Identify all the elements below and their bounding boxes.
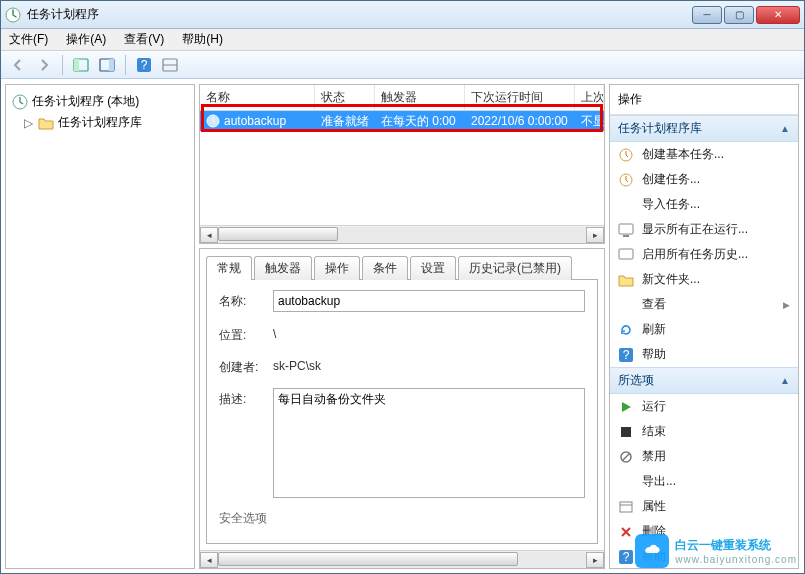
action-label: 帮助 — [642, 346, 666, 363]
toolbar: ? — [1, 51, 804, 79]
minimize-button[interactable]: ─ — [692, 6, 722, 24]
action-label: 禁用 — [642, 448, 666, 465]
action-import-task[interactable]: 导入任务... — [610, 192, 798, 217]
delete-icon — [618, 524, 634, 540]
action-help2[interactable]: ? 帮助 — [610, 544, 798, 568]
scroll-track[interactable] — [218, 227, 586, 243]
name-label: 名称: — [219, 290, 273, 310]
back-button[interactable] — [7, 54, 29, 76]
action-label: 创建任务... — [642, 171, 700, 188]
svg-rect-13 — [619, 224, 633, 234]
toolbar-separator — [62, 55, 63, 75]
list-body: autobackup 准备就绪 在每天的 0:00 2022/10/6 0:00… — [200, 111, 604, 225]
tab-triggers[interactable]: 触发器 — [254, 256, 312, 280]
maximize-button[interactable]: ▢ — [724, 6, 754, 24]
desc-field[interactable] — [273, 388, 585, 498]
col-triggers[interactable]: 触发器 — [375, 85, 465, 110]
tree-library[interactable]: ▷ 任务计划程序库 — [22, 112, 190, 133]
play-icon — [618, 399, 634, 415]
forward-button[interactable] — [33, 54, 55, 76]
task-row[interactable]: autobackup 准备就绪 在每天的 0:00 2022/10/6 0:00… — [200, 111, 604, 131]
tab-actions[interactable]: 操作 — [314, 256, 360, 280]
export-icon — [618, 474, 634, 490]
svg-line-20 — [622, 453, 630, 461]
svg-rect-15 — [619, 249, 633, 259]
clock-icon — [206, 114, 220, 128]
name-field[interactable] — [273, 290, 585, 312]
svg-rect-2 — [74, 59, 79, 71]
tree-root-label: 任务计划程序 (本地) — [32, 93, 139, 110]
section-library[interactable]: 任务计划程序库 ▲ — [610, 115, 798, 142]
menu-action[interactable]: 操作(A) — [64, 29, 108, 50]
scroll-right-button[interactable]: ▸ — [586, 227, 604, 243]
svg-rect-14 — [623, 235, 629, 237]
window-buttons: ─ ▢ ✕ — [692, 6, 800, 24]
display-icon — [618, 222, 634, 238]
menubar: 文件(F) 操作(A) 查看(V) 帮助(H) — [1, 29, 804, 51]
action-label: 刷新 — [642, 321, 666, 338]
chevron-up-icon: ▲ — [780, 123, 790, 134]
author-value: sk-PC\sk — [273, 356, 585, 373]
clock-new-icon — [618, 147, 634, 163]
action-show-running[interactable]: 显示所有正在运行... — [610, 217, 798, 242]
svg-text:?: ? — [141, 58, 148, 72]
action-delete[interactable]: 删除 — [610, 519, 798, 544]
action-create-basic-task[interactable]: 创建基本任务... — [610, 142, 798, 167]
horizontal-scrollbar[interactable]: ◂ ▸ — [200, 225, 604, 243]
menu-help[interactable]: 帮助(H) — [180, 29, 225, 50]
tab-history[interactable]: 历史记录(已禁用) — [458, 256, 572, 280]
chevron-up-icon: ▲ — [780, 375, 790, 386]
action-refresh[interactable]: 刷新 — [610, 317, 798, 342]
scroll-left-button[interactable]: ◂ — [200, 227, 218, 243]
action-properties[interactable]: 属性 — [610, 494, 798, 519]
help-button[interactable]: ? — [133, 54, 155, 76]
show-hide-tree-button[interactable] — [70, 54, 92, 76]
stop-icon — [618, 424, 634, 440]
preview-pane-button[interactable] — [159, 54, 181, 76]
col-name[interactable]: 名称 — [200, 85, 315, 110]
close-button[interactable]: ✕ — [756, 6, 800, 24]
action-help[interactable]: ? 帮助 — [610, 342, 798, 367]
action-end[interactable]: 结束 — [610, 419, 798, 444]
action-create-task[interactable]: 创建任务... — [610, 167, 798, 192]
action-view[interactable]: 查看 ▶ — [610, 292, 798, 317]
tab-general[interactable]: 常规 — [206, 256, 252, 280]
task-lastrun: 不显 — [575, 111, 604, 132]
tree-root[interactable]: 任务计划程序 (本地) — [10, 91, 190, 112]
col-status[interactable]: 状态 — [315, 85, 375, 110]
svg-rect-21 — [620, 502, 632, 512]
detail-horizontal-scrollbar[interactable]: ◂ ▸ — [200, 550, 604, 568]
scroll-thumb[interactable] — [218, 227, 338, 241]
refresh-icon — [618, 322, 634, 338]
scroll-left-button[interactable]: ◂ — [200, 552, 218, 568]
action-label: 运行 — [642, 398, 666, 415]
menu-view[interactable]: 查看(V) — [122, 29, 166, 50]
section-selected[interactable]: 所选项 ▲ — [610, 367, 798, 394]
expand-icon[interactable]: ▷ — [24, 116, 34, 130]
menu-file[interactable]: 文件(F) — [7, 29, 50, 50]
action-run[interactable]: 运行 — [610, 394, 798, 419]
scroll-track[interactable] — [218, 552, 586, 568]
svg-text:?: ? — [623, 348, 630, 362]
tab-conditions[interactable]: 条件 — [362, 256, 408, 280]
blank-icon — [618, 297, 634, 313]
tab-settings[interactable]: 设置 — [410, 256, 456, 280]
clock-icon — [618, 172, 634, 188]
show-hide-actions-button[interactable] — [96, 54, 118, 76]
col-lastrun[interactable]: 上次 — [575, 85, 604, 110]
action-label: 结束 — [642, 423, 666, 440]
action-disable[interactable]: 禁用 — [610, 444, 798, 469]
import-icon — [618, 197, 634, 213]
action-new-folder[interactable]: 新文件夹... — [610, 267, 798, 292]
section-selected-label: 所选项 — [618, 372, 654, 389]
scroll-thumb[interactable] — [218, 552, 518, 566]
scroll-right-button[interactable]: ▸ — [586, 552, 604, 568]
action-enable-history[interactable]: 启用所有任务历史... — [610, 242, 798, 267]
location-label: 位置: — [219, 324, 273, 344]
help-icon: ? — [618, 347, 634, 363]
actions-list: 任务计划程序库 ▲ 创建基本任务... 创建任务... 导入任务... — [610, 115, 798, 568]
action-export[interactable]: 导出... — [610, 469, 798, 494]
help-icon: ? — [618, 549, 634, 565]
tree-pane: 任务计划程序 (本地) ▷ 任务计划程序库 — [5, 84, 195, 569]
col-nextrun[interactable]: 下次运行时间 — [465, 85, 575, 110]
